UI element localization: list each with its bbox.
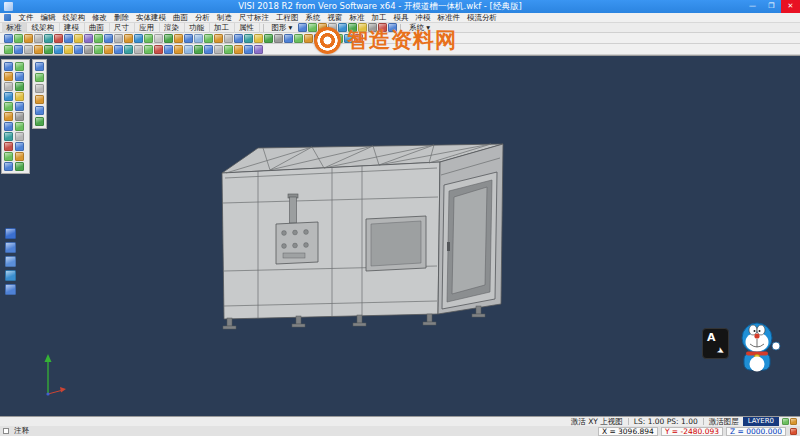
menu-item[interactable]: 标准 [346,13,368,23]
toolbar-icon[interactable] [244,45,253,54]
tool-icon[interactable] [15,102,24,111]
tool-icon[interactable] [15,82,24,91]
toolbar-icon[interactable] [114,34,123,43]
tool-icon[interactable] [4,122,13,131]
graphics-dropdown[interactable]: 图形 ▾ [267,23,298,33]
menu-item[interactable]: 尺寸标注 [236,13,273,23]
toolbar-icon[interactable] [254,45,263,54]
toolbar-icon[interactable] [184,45,193,54]
menu-item[interactable]: 修改 [89,13,111,23]
menu-item[interactable]: 线架构 [59,13,89,23]
status-icon[interactable] [782,418,789,425]
toolbar-icon[interactable] [338,23,347,32]
toolbar-icon[interactable] [294,34,303,43]
menu-item[interactable]: 文件 [15,13,37,23]
toolbar-icon[interactable] [14,34,23,43]
toolbar-icon[interactable] [94,34,103,43]
toolbar-icon[interactable] [84,45,93,54]
tool-icon[interactable] [15,142,24,151]
toolbar-icon[interactable] [214,34,223,43]
toolbar-icon[interactable] [154,34,163,43]
toolbar-icon[interactable] [368,23,377,32]
ribbon-tab[interactable]: 渲染 [160,23,185,33]
toolbar-icon[interactable] [224,45,233,54]
tool-icon[interactable] [15,122,24,131]
toolbar-icon[interactable] [194,34,203,43]
toolbar-icon[interactable] [4,34,13,43]
toolbar-icon[interactable] [378,23,387,32]
ribbon-tab[interactable]: 建模 [60,23,85,33]
toolbar-icon[interactable] [224,34,233,43]
toolbar-icon[interactable] [34,45,43,54]
toolbar-icon[interactable] [274,34,283,43]
ribbon-tab[interactable]: 属性 [235,23,260,33]
toolbar-icon[interactable] [24,34,33,43]
toolbar-icon[interactable] [214,45,223,54]
toolbar-icon[interactable] [34,34,43,43]
toolbar-icon[interactable] [44,34,53,43]
toolbar-icon[interactable] [234,34,243,43]
tool-icon[interactable] [35,95,44,104]
ribbon-tab[interactable]: 尺寸 [110,23,135,33]
menu-item[interactable]: 制造 [214,13,236,23]
tool-icon[interactable] [4,62,13,71]
toolbar-icon[interactable] [64,45,73,54]
menu-item[interactable]: 视窗 [324,13,346,23]
tool-icon[interactable] [5,270,16,281]
tool-icon[interactable] [4,112,13,121]
toolbar-icon[interactable] [184,34,193,43]
ribbon-tab[interactable]: 功能 [185,23,210,33]
annotation-checkbox[interactable] [3,428,9,434]
tool-icon[interactable] [5,228,16,239]
status-icon[interactable] [790,428,797,435]
menu-item[interactable]: 冲模 [412,13,434,23]
toolbar-icon[interactable] [54,34,63,43]
toolbar-icon[interactable] [334,34,343,43]
toolbar-icon[interactable] [74,34,83,43]
toolbar-icon[interactable] [174,34,183,43]
toolbar-icon[interactable] [144,45,153,54]
toolbar-icon[interactable] [194,45,203,54]
machine-model[interactable] [222,144,503,329]
tool-icon[interactable] [4,72,13,81]
toolbar-icon[interactable] [14,45,23,54]
ribbon-tab[interactable]: 标准 [2,23,27,33]
ribbon-tab[interactable]: 应用 [135,23,160,33]
toolbar-icon[interactable] [234,45,243,54]
menu-item[interactable]: 实体建模 [133,13,170,23]
toolbar-icon[interactable] [328,23,337,32]
toolbar-icon[interactable] [134,45,143,54]
toolbar-icon[interactable] [94,45,103,54]
tool-icon[interactable] [15,162,24,171]
ribbon-tab[interactable]: 加工 [210,23,235,33]
toolbar-icon[interactable] [298,23,307,32]
toolbar-icon[interactable] [284,34,293,43]
toolbar-icon[interactable] [104,34,113,43]
toolbar-icon[interactable] [324,34,333,43]
toolbar-icon[interactable] [264,34,273,43]
menu-item[interactable]: 工程图 [273,13,303,23]
tool-icon[interactable] [35,117,44,126]
toolbar-icon[interactable] [344,34,353,43]
menu-item[interactable]: 标准件 [434,13,464,23]
viewport-canvas[interactable] [0,56,800,417]
tool-icon[interactable] [4,102,13,111]
menu-item[interactable]: 删除 [111,13,133,23]
toolbar-icon[interactable] [104,45,113,54]
menu-item[interactable]: 模流分析 [464,13,501,23]
tool-icon[interactable] [15,132,24,141]
toolbar-icon[interactable] [204,45,213,54]
menu-item[interactable]: 曲面 [170,13,192,23]
toolbar-icon[interactable] [354,34,363,43]
tool-icon[interactable] [15,62,24,71]
toolbar-icon[interactable] [44,45,53,54]
system-dropdown[interactable]: 系统 ▾ [404,23,435,33]
toolbar-icon[interactable] [84,34,93,43]
toolbar-icon[interactable] [204,34,213,43]
toolbar-icon[interactable] [244,34,253,43]
toolbar-icon[interactable] [254,34,263,43]
toolbar-icon[interactable] [314,34,323,43]
tool-icon[interactable] [4,82,13,91]
toolbar-icon[interactable] [174,45,183,54]
toolbar-icon[interactable] [124,45,133,54]
